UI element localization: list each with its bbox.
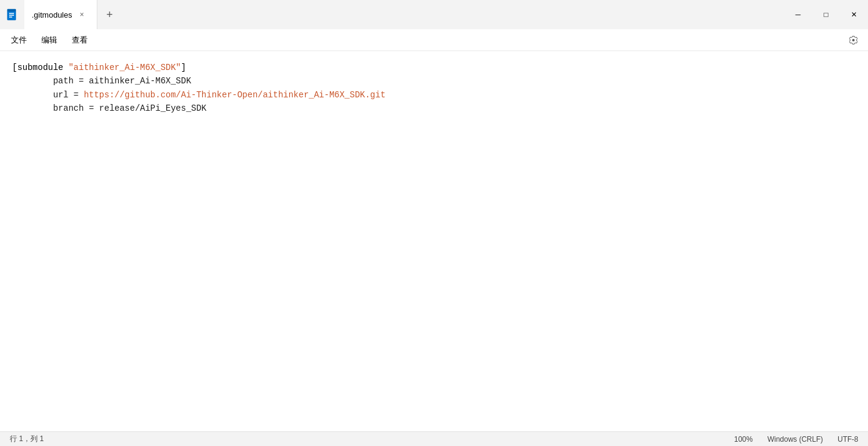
tab-title: .gitmodules: [32, 10, 72, 19]
close-button[interactable]: ✕: [840, 0, 868, 29]
minimize-button[interactable]: ─: [784, 0, 812, 29]
encoding[interactable]: UTF-8: [838, 435, 858, 444]
menu-items: 文件 编辑 查看: [5, 32, 94, 48]
tab-bar: .gitmodules × +: [24, 0, 784, 29]
tab-close-button[interactable]: ×: [77, 10, 86, 19]
active-tab[interactable]: .gitmodules ×: [24, 0, 97, 29]
code-line-1: [submodule "aithinker_Ai-M6X_SDK"]: [12, 61, 856, 74]
title-bar: .gitmodules × + ─ □ ✕: [0, 0, 868, 29]
settings-button[interactable]: [844, 30, 863, 50]
status-bar: 行 1，列 1 100% Windows (CRLF) UTF-8: [0, 431, 868, 446]
svg-rect-1: [7, 9, 16, 12]
code-line-2: path = aithinker_Ai-M6X_SDK: [12, 74, 856, 88]
line-ending[interactable]: Windows (CRLF): [768, 435, 823, 444]
maximize-button[interactable]: □: [812, 0, 840, 29]
app-icon: [5, 7, 19, 22]
code-line-3: url = https://github.com/Ai-Thinker-Open…: [12, 88, 856, 102]
menu-bar: 文件 编辑 查看: [0, 29, 868, 51]
code-line-4: branch = release/AiPi_Eyes_SDK: [12, 102, 856, 115]
status-right: 100% Windows (CRLF) UTF-8: [734, 435, 858, 444]
window-controls: ─ □ ✕: [784, 0, 868, 29]
gear-icon: [849, 35, 858, 45]
menu-view[interactable]: 查看: [66, 32, 94, 48]
menu-file[interactable]: 文件: [5, 32, 33, 48]
zoom-level[interactable]: 100%: [734, 435, 753, 444]
new-tab-button[interactable]: +: [97, 0, 122, 29]
status-position: 行 1，列 1: [10, 434, 44, 444]
menu-edit[interactable]: 编辑: [35, 32, 63, 48]
editor-area[interactable]: [submodule "aithinker_Ai-M6X_SDK"] path …: [0, 51, 868, 431]
cursor-position: 行 1，列 1: [10, 434, 44, 444]
